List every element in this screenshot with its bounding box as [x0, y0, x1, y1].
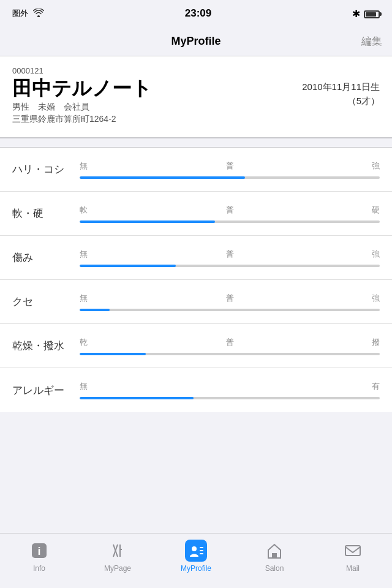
slider-fill	[80, 397, 194, 399]
svg-rect-10	[200, 553, 203, 554]
slider-track	[80, 353, 380, 355]
slider-row: ハリ・コシ無普強	[0, 148, 392, 192]
tab-label-myprofile: MyProfile	[181, 564, 211, 573]
tab-label-salon: Salon	[265, 564, 284, 573]
tab-item-salon[interactable]: Salon	[244, 540, 305, 573]
slider-track	[80, 397, 380, 399]
section-divider	[0, 138, 392, 148]
slider-row: アレルギー無有	[0, 368, 392, 412]
slider-label: 傷み	[12, 251, 80, 265]
slider-ticks: 無普強	[80, 160, 380, 172]
svg-point-7	[192, 546, 197, 551]
slider-control[interactable]: 無普強	[80, 160, 380, 179]
slider-row: クセ無普強	[0, 280, 392, 324]
tab-icon-myprofile	[185, 540, 207, 562]
tab-item-myprofile[interactable]: MyProfile	[165, 540, 227, 573]
tab-bar: iInfoMyPageMyProfileSalonMail	[0, 533, 392, 588]
status-left: 圏外	[12, 8, 44, 19]
nav-title: MyProfile	[171, 35, 221, 48]
svg-rect-11	[272, 553, 277, 558]
status-bar: 圏外 23:09 ✱	[0, 0, 392, 27]
slider-fill	[80, 221, 215, 223]
profile-dob: 2010年11月11日生	[302, 80, 380, 94]
slider-label: 乾燥・撥水	[12, 339, 80, 353]
slider-label: クセ	[12, 295, 80, 309]
carrier-text: 圏外	[12, 8, 28, 19]
profile-card: 0000121 田中テルノート 男性 未婚 会社員 三重県鈴鹿市算所町1264-…	[0, 56, 392, 138]
tab-item-info[interactable]: iInfo	[9, 540, 70, 573]
tab-icon-mypage	[107, 540, 129, 562]
svg-rect-12	[345, 546, 360, 556]
svg-text:i: i	[37, 545, 40, 557]
profile-address: 三重県鈴鹿市算所町1264-2	[12, 114, 152, 125]
wifi-icon	[33, 9, 44, 19]
bluetooth-icon: ✱	[352, 8, 360, 20]
slider-fill	[80, 309, 110, 311]
slider-track	[80, 265, 380, 267]
profile-meta: 男性 未婚 会社員	[12, 102, 152, 113]
slider-ticks: 無普強	[80, 293, 380, 304]
slider-track	[80, 221, 380, 223]
content-area: 0000121 田中テルノート 男性 未婚 会社員 三重県鈴鹿市算所町1264-…	[0, 56, 392, 533]
tab-label-mail: Mail	[346, 564, 360, 573]
profile-age: （5才）	[302, 94, 380, 108]
slider-control[interactable]: 無普強	[80, 249, 380, 267]
nav-bar: MyProfile 編集	[0, 27, 392, 56]
tab-icon-salon	[263, 540, 285, 562]
slider-track	[80, 309, 380, 311]
tab-label-info: Info	[33, 564, 45, 573]
battery-icon	[364, 9, 380, 18]
tab-icon-mail	[342, 540, 364, 562]
profile-name-col: 田中テルノート 男性 未婚 会社員 三重県鈴鹿市算所町1264-2	[12, 78, 152, 125]
tab-label-mypage: MyPage	[104, 564, 131, 573]
slider-row: 乾燥・撥水乾普撥	[0, 324, 392, 368]
slider-control[interactable]: 無有	[80, 381, 380, 399]
slider-ticks: 軟普硬	[80, 205, 380, 216]
tab-item-mypage[interactable]: MyPage	[87, 540, 148, 573]
tab-item-mail[interactable]: Mail	[322, 540, 383, 573]
slider-control[interactable]: 乾普撥	[80, 337, 380, 355]
edit-button[interactable]: 編集	[361, 34, 382, 48]
profile-dob-col: 2010年11月11日生 （5才）	[302, 78, 380, 108]
slider-control[interactable]: 無普強	[80, 293, 380, 311]
slider-control[interactable]: 軟普硬	[80, 205, 380, 223]
slider-row: 傷み無普強	[0, 236, 392, 280]
slider-label: 軟・硬	[12, 206, 80, 221]
slider-ticks: 無有	[80, 381, 380, 392]
slider-fill	[80, 353, 146, 355]
status-right: ✱	[352, 8, 380, 20]
svg-rect-8	[200, 547, 203, 548]
slider-fill	[80, 176, 245, 179]
profile-name: 田中テルノート	[12, 78, 152, 99]
slider-section: ハリ・コシ無普強軟・硬軟普硬傷み無普強クセ無普強乾燥・撥水乾普撥アレルギー無有	[0, 148, 392, 412]
slider-fill	[80, 265, 176, 267]
profile-id: 0000121	[12, 66, 380, 75]
slider-track	[80, 176, 380, 179]
profile-dob-row: 田中テルノート 男性 未婚 会社員 三重県鈴鹿市算所町1264-2 2010年1…	[12, 78, 380, 125]
slider-label: ハリ・コシ	[12, 162, 80, 176]
slider-ticks: 無普強	[80, 249, 380, 260]
status-time: 23:09	[185, 7, 211, 20]
slider-row: 軟・硬軟普硬	[0, 192, 392, 236]
slider-ticks: 乾普撥	[80, 337, 380, 348]
slider-label: アレルギー	[12, 383, 80, 398]
tab-icon-info: i	[28, 540, 50, 562]
svg-rect-9	[200, 550, 203, 551]
